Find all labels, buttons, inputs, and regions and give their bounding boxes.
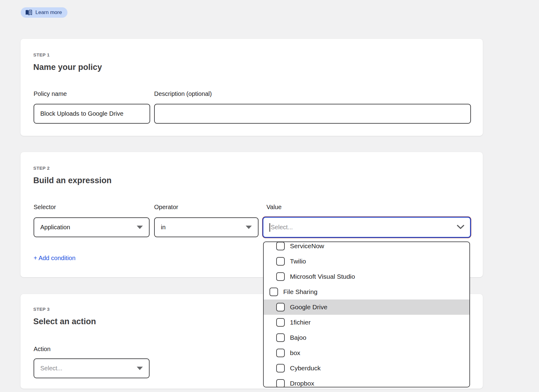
dropdown-arrow-icon <box>137 367 143 370</box>
option-label: File Sharing <box>283 288 317 296</box>
step3-title: Select an action <box>33 317 96 326</box>
step2-title: Build an expression <box>33 176 112 185</box>
checkbox[interactable] <box>276 272 285 281</box>
step1-label: STEP 1 <box>33 52 50 57</box>
step3-label: STEP 3 <box>33 307 50 312</box>
operator-dropdown[interactable]: in <box>154 217 259 237</box>
dropdown-option-bajoo[interactable]: Bajoo <box>264 330 469 345</box>
dropdown-arrow-icon <box>246 226 252 229</box>
checkbox[interactable] <box>276 379 285 387</box>
option-label: Microsoft Visual Studio <box>290 273 355 280</box>
dropdown-option-microsoft-visual-studio[interactable]: Microsoft Visual Studio <box>264 269 469 284</box>
dropdown-option-file-sharing[interactable]: File Sharing <box>264 284 469 299</box>
option-label: box <box>290 349 300 357</box>
selector-value: Application <box>40 224 70 231</box>
description-input[interactable] <box>161 110 464 117</box>
dropdown-option-dropbox[interactable]: Dropbox <box>264 376 469 387</box>
policy-name-input[interactable] <box>40 110 143 117</box>
policy-builder-page: Learn more STEP 1 Name your policy Polic… <box>0 0 539 392</box>
description-field[interactable] <box>154 104 471 124</box>
option-label: Twilio <box>290 258 306 265</box>
option-label: Google Drive <box>290 303 327 311</box>
action-placeholder: Select... <box>40 365 62 372</box>
value-option-list: ServiceNowTwilioMicrosoft Visual StudioF… <box>264 241 469 387</box>
description-label: Description (optional) <box>154 90 212 97</box>
option-label: Bajoo <box>290 334 306 341</box>
dropdown-option-box[interactable]: box <box>264 345 469 361</box>
checkbox[interactable] <box>276 257 285 266</box>
option-label: Cyberduck <box>290 365 320 372</box>
operator-value: in <box>161 224 166 231</box>
action-label: Action <box>34 346 51 353</box>
option-label: 1fichier <box>290 319 311 326</box>
dropdown-option-servicenow[interactable]: ServiceNow <box>264 241 469 254</box>
dropdown-option-twilio[interactable]: Twilio <box>264 254 469 269</box>
dropdown-arrow-icon <box>137 226 143 229</box>
checkbox[interactable] <box>276 349 285 357</box>
policy-name-label: Policy name <box>34 90 67 97</box>
option-label: ServiceNow <box>290 242 324 250</box>
checkbox[interactable] <box>270 288 278 296</box>
dropdown-option-cyberduck[interactable]: Cyberduck <box>264 361 469 376</box>
learn-more-label: Learn more <box>35 9 62 16</box>
dropdown-option-1fichier[interactable]: 1fichier <box>264 315 469 330</box>
checkbox[interactable] <box>276 303 285 311</box>
checkbox[interactable] <box>276 318 285 327</box>
chevron-down-icon <box>457 224 465 231</box>
step1-title: Name your policy <box>33 63 102 72</box>
value-label: Value <box>266 204 282 211</box>
checkbox[interactable] <box>276 242 285 250</box>
selector-label: Selector <box>34 204 56 211</box>
learn-more-button[interactable]: Learn more <box>21 7 67 18</box>
checkbox[interactable] <box>276 333 285 342</box>
action-dropdown[interactable]: Select... <box>34 358 150 378</box>
policy-name-field[interactable] <box>34 104 150 124</box>
value-placeholder: Select... <box>271 224 457 231</box>
value-combobox[interactable]: Select... <box>262 217 471 238</box>
checkbox[interactable] <box>276 364 285 372</box>
selector-dropdown[interactable]: Application <box>34 217 150 237</box>
value-dropdown-panel: ServiceNowTwilioMicrosoft Visual StudioF… <box>263 241 470 387</box>
dropdown-option-google-drive[interactable]: Google Drive <box>264 299 469 315</box>
text-caret <box>270 223 270 232</box>
operator-label: Operator <box>154 204 178 211</box>
add-condition-link[interactable]: + Add condition <box>34 255 75 262</box>
book-icon <box>25 10 32 16</box>
step2-label: STEP 2 <box>33 165 50 171</box>
option-label: Dropbox <box>290 380 314 387</box>
